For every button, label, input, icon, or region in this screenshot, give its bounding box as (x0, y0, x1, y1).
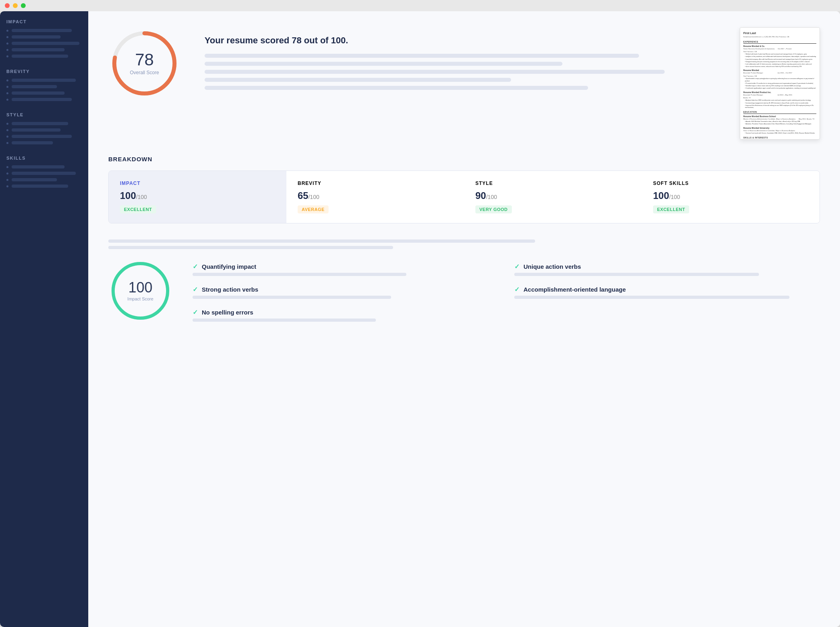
sidebar-item-style-0[interactable] (6, 122, 82, 125)
breakdown-cell-style: STYLE90/100VERY GOOD (464, 171, 642, 223)
sidebar-dot (6, 142, 8, 144)
sidebar-dot (6, 123, 8, 125)
maximize-button[interactable] (21, 3, 26, 8)
sidebar-section-skills: SKILLS (6, 156, 82, 188)
feature-subline-accomplishment-language (514, 296, 789, 299)
impact-score-value: 100 (128, 280, 154, 295)
sidebar-bar (12, 85, 57, 88)
breakdown-cell-soft-skills: SOFT SKILLS100/100EXCELLENT (642, 171, 820, 223)
impact-detail-section: 100 Impact Score ✓Quantifying impact✓Uni… (108, 259, 820, 323)
breakdown-score-brevity: 65/100 (298, 190, 453, 201)
sidebar-section-title-style: STYLE (6, 112, 82, 117)
sidebar-bar (12, 122, 68, 125)
breakdown-score-impact: 100/100 (120, 190, 275, 201)
score-line-3 (205, 70, 665, 74)
feature-label-quantifying-impact: Quantifying impact (202, 263, 256, 270)
impact-feature-unique-action-verbs: ✓Unique action verbs (514, 263, 820, 276)
sidebar-bar (12, 48, 65, 51)
resume-section-experience: EXPERIENCE (743, 40, 816, 44)
sidebar-item-impact-4[interactable] (6, 55, 82, 58)
sidebar-bar (12, 178, 57, 181)
breakdown-badge-style: VERY GOOD (475, 205, 512, 213)
impact-feature-row-accomplishment-language: ✓Accomplishment-oriented language (514, 286, 820, 293)
sidebar-item-skills-3[interactable] (6, 185, 82, 188)
sidebar-dot (6, 179, 8, 181)
sidebar-item-brevity-1[interactable] (6, 85, 82, 88)
feature-label-strong-action-verbs: Strong action verbs (202, 286, 258, 293)
close-button[interactable] (5, 3, 10, 8)
sidebar-item-impact-0[interactable] (6, 29, 82, 32)
overall-score-label: Overall Score (130, 70, 159, 75)
resume-contact: first@resumeworded.com | +1 (23) 456-789… (743, 36, 816, 38)
breakdown-title: BREAKDOWN (108, 156, 820, 162)
overall-score-circle: 78 Overall Score (108, 27, 181, 99)
sidebar-bar (12, 98, 72, 101)
check-icon: ✓ (193, 286, 198, 293)
breakdown-cell-brevity: BREVITY65/100AVERAGE (286, 171, 464, 223)
resume-preview: First Last first@resumeworded.com | +1 (… (740, 27, 820, 140)
sidebar-dot (6, 43, 8, 45)
sidebar-dot (6, 36, 8, 38)
score-headline: Your resume scored 78 out of 100. (205, 35, 716, 46)
score-line-5 (205, 86, 588, 90)
sidebar-section-impact: IMPACT (6, 19, 82, 58)
impact-feature-row-no-spelling-errors: ✓No spelling errors (193, 308, 498, 316)
sidebar: IMPACTBREVITYSTYLESKILLS (0, 11, 88, 627)
sidebar-item-brevity-0[interactable] (6, 79, 82, 82)
breakdown-grid: IMPACT100/100EXCELLENTBREVITY65/100AVERA… (108, 170, 820, 223)
breakdown-name-brevity: BREVITY (298, 181, 453, 186)
impact-score-label: Impact Score (128, 296, 154, 301)
minimize-button[interactable] (13, 3, 18, 8)
impact-feature-row-unique-action-verbs: ✓Unique action verbs (514, 263, 820, 270)
sidebar-item-style-2[interactable] (6, 135, 82, 138)
breakdown-name-impact: IMPACT (120, 181, 275, 186)
sidebar-section-title-brevity: BREVITY (6, 69, 82, 74)
impact-score-circle: 100 Impact Score (108, 259, 172, 323)
impact-feature-strong-action-verbs: ✓Strong action verbs (193, 286, 498, 299)
score-info: Your resume scored 78 out of 100. (205, 27, 716, 90)
sidebar-item-brevity-3[interactable] (6, 98, 82, 101)
score-line-2 (205, 62, 562, 66)
sidebar-dot (6, 129, 8, 131)
sidebar-item-impact-2[interactable] (6, 42, 82, 45)
breakdown-name-style: STYLE (475, 181, 631, 186)
sidebar-item-skills-2[interactable] (6, 178, 82, 181)
sidebar-item-brevity-2[interactable] (6, 91, 82, 95)
feature-subline-quantifying-impact (193, 273, 406, 276)
sidebar-item-skills-1[interactable] (6, 172, 82, 175)
sidebar-dot (6, 166, 8, 168)
sidebar-dot (6, 49, 8, 51)
impact-feature-no-spelling-errors: ✓No spelling errors (193, 308, 498, 322)
sidebar-bar (12, 29, 72, 32)
score-section: 78 Overall Score Your resume scored 78 o… (108, 27, 820, 140)
feature-subline-no-spelling-errors (193, 319, 376, 322)
check-icon: ✓ (514, 263, 519, 270)
impact-features: ✓Quantifying impact✓Unique action verbs✓… (193, 259, 820, 322)
sidebar-bar (12, 141, 53, 144)
sidebar-section-brevity: BREVITY (6, 69, 82, 101)
score-line-1 (205, 54, 639, 58)
sidebar-bar (12, 79, 76, 82)
sidebar-item-style-1[interactable] (6, 128, 82, 132)
breakdown-score-soft-skills: 100/100 (653, 190, 808, 201)
sidebar-dot (6, 185, 8, 187)
impact-feature-row-strong-action-verbs: ✓Strong action verbs (193, 286, 498, 293)
sidebar-item-impact-3[interactable] (6, 48, 82, 51)
impact-feature-row-quantifying-impact: ✓Quantifying impact (193, 263, 498, 270)
sidebar-dot (6, 55, 8, 57)
sidebar-dot (6, 99, 8, 101)
sidebar-dot (6, 86, 8, 88)
sidebar-item-skills-0[interactable] (6, 165, 82, 168)
sidebar-bar (12, 55, 68, 58)
sidebar-bar (12, 185, 68, 188)
check-icon: ✓ (193, 263, 198, 270)
detail-lines (108, 239, 820, 249)
sidebar-bar (12, 135, 72, 138)
sidebar-item-impact-1[interactable] (6, 35, 82, 39)
sidebar-bar (12, 42, 79, 45)
check-icon: ✓ (514, 286, 519, 293)
main-content: 78 Overall Score Your resume scored 78 o… (88, 11, 840, 627)
sidebar-bar (12, 128, 61, 132)
sidebar-item-style-3[interactable] (6, 141, 82, 144)
overall-score-value: 78 (130, 51, 159, 68)
